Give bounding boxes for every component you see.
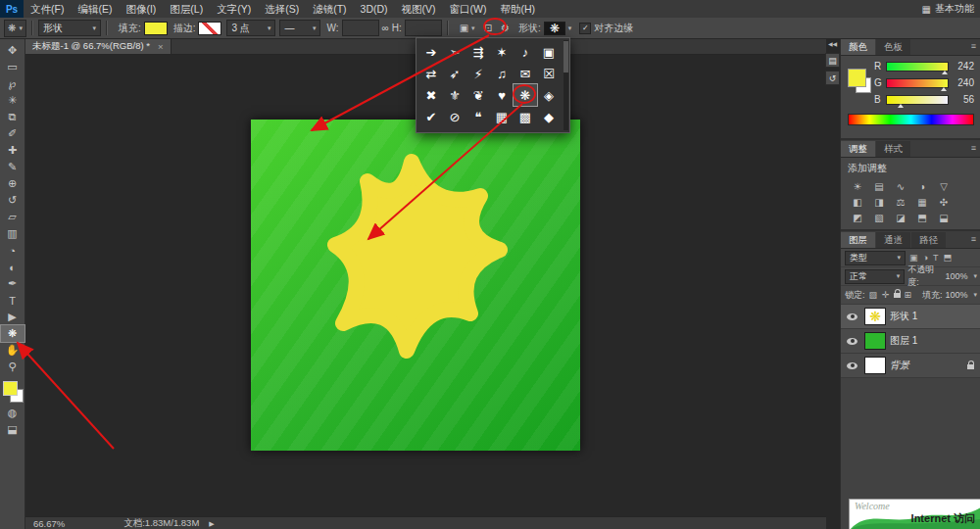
crop-tool[interactable]: ⧉ — [1, 109, 24, 125]
shape-music-note[interactable]: ♪ — [514, 41, 537, 63]
shape-triple-arrow[interactable]: ⇶ — [466, 41, 490, 63]
filter-pixel-icon[interactable]: ▣ — [908, 253, 919, 263]
tab-channels[interactable]: 通道 — [876, 232, 910, 248]
path-operations-button[interactable]: ▣ ▾ — [457, 21, 478, 36]
height-input[interactable] — [405, 20, 442, 36]
document-tab[interactable]: 未标题-1 @ 66.7%(RGB/8) * × — [25, 38, 172, 54]
layer-row-shape1[interactable]: ❋ 形状 1 — [841, 305, 980, 329]
invert-adjustment-icon[interactable]: ◩ — [847, 210, 868, 225]
layer-thumbnail[interactable] — [864, 357, 886, 374]
shape-checkbox-x[interactable]: ☒ — [537, 63, 561, 84]
opacity-value[interactable]: 100% — [945, 271, 967, 281]
shape-notes[interactable]: ♫ — [490, 63, 514, 84]
layer-thumbnail[interactable] — [864, 332, 886, 350]
shape-envelope[interactable]: ✉ — [514, 63, 537, 84]
shape-grid[interactable]: ▦ — [490, 106, 514, 127]
menu-select[interactable]: 选择(S) — [258, 0, 306, 18]
lock-position-icon[interactable]: ✛ — [881, 290, 891, 300]
path-selection-tool[interactable]: ▶ — [1, 309, 24, 325]
type-tool[interactable]: T — [1, 292, 24, 309]
layer-row-background[interactable]: 背景 — [841, 354, 980, 378]
close-icon[interactable]: × — [158, 41, 164, 52]
blend-mode-dropdown[interactable]: 正常 ▾ — [845, 269, 905, 284]
move-tool[interactable]: ✥ — [1, 42, 24, 59]
lasso-tool[interactable]: ℘ — [1, 75, 24, 92]
slider-marker[interactable] — [942, 71, 948, 74]
document-canvas[interactable] — [251, 120, 580, 451]
tab-styles[interactable]: 样式 — [876, 141, 910, 157]
foreground-color-swatch[interactable] — [848, 69, 866, 87]
shape-lightning[interactable]: ⚡ — [466, 63, 490, 84]
menu-view[interactable]: 视图(V) — [395, 0, 443, 18]
levels-adjustment-icon[interactable]: ▤ — [868, 178, 890, 194]
selective-color-adjustment-icon[interactable]: ⬓ — [933, 210, 955, 225]
menu-edit[interactable]: 编辑(E) — [71, 0, 119, 18]
picker-scrollbar-thumb[interactable] — [564, 41, 568, 72]
dock-panel-button-1[interactable]: ▤ — [825, 53, 840, 68]
quick-mask-tool[interactable]: ◍ — [1, 405, 24, 421]
fill-color-swatch[interactable] — [144, 22, 168, 35]
shape-curved-arrow[interactable]: ➶ — [443, 63, 466, 84]
threshold-adjustment-icon[interactable]: ◪ — [890, 210, 911, 225]
blur-tool[interactable]: ◔ — [1, 242, 24, 259]
screen-mode-tool[interactable]: ⬓ — [1, 421, 24, 438]
shape-frame[interactable]: ▣ — [537, 41, 561, 63]
hue-adjustment-icon[interactable]: ◧ — [847, 194, 868, 210]
menu-image[interactable]: 图像(I) — [119, 0, 163, 18]
custom-shape-tool[interactable]: ❋ — [1, 325, 24, 342]
magic-wand-tool[interactable]: ✳ — [1, 92, 24, 109]
shape-diamond-frame[interactable]: ◈ — [537, 84, 561, 106]
pen-tool[interactable]: ✒ — [1, 275, 24, 292]
internet-notification[interactable]: Welcome Internet 访问 — [849, 499, 980, 529]
channel-mixer-adjustment-icon[interactable]: ✣ — [933, 194, 955, 210]
path-alignment-button[interactable]: ⊡ — [481, 21, 495, 36]
color-spectrum-bar[interactable] — [848, 114, 974, 125]
tab-layers[interactable]: 图层 — [841, 232, 875, 248]
gradient-tool[interactable]: ▥ — [1, 225, 24, 242]
width-input[interactable] — [342, 20, 379, 36]
lock-transparency-icon[interactable]: ▨ — [868, 290, 879, 300]
shape-arrowhead[interactable]: ➢ — [443, 41, 466, 63]
workspace-switcher[interactable]: ▦ 基本功能 — [922, 0, 974, 18]
panel-menu-icon[interactable]: ≡ — [971, 41, 976, 51]
history-brush-tool[interactable]: ↺ — [1, 192, 24, 209]
current-tool-button[interactable]: ❋ ▾ — [4, 20, 26, 37]
menu-file[interactable]: 文件(F) — [24, 0, 71, 18]
visibility-eye-icon[interactable] — [847, 313, 858, 320]
shape-swap-arrows[interactable]: ⇄ — [419, 63, 443, 84]
tab-swatches[interactable]: 色板 — [876, 39, 910, 55]
tab-adjustments[interactable]: 调整 — [841, 141, 875, 157]
zoom-level[interactable]: 66.67% — [33, 518, 65, 529]
chevron-down-icon[interactable]: ▾ — [973, 291, 977, 299]
curves-adjustment-icon[interactable]: ∿ — [890, 178, 911, 194]
brightness-adjustment-icon[interactable]: ☀ — [847, 178, 868, 194]
shape-star[interactable]: ✶ — [490, 41, 514, 63]
brush-tool[interactable]: ✎ — [1, 159, 24, 175]
clone-stamp-tool[interactable]: ⊕ — [1, 175, 24, 192]
stroke-style-dropdown[interactable]: — ▾ — [279, 20, 320, 36]
posterize-adjustment-icon[interactable]: ▧ — [868, 210, 890, 225]
layer-filter-dropdown[interactable]: 类型 ▾ — [845, 251, 906, 265]
eyedropper-tool[interactable]: ✐ — [1, 125, 24, 142]
dodge-tool[interactable]: ◐ — [1, 259, 24, 275]
panel-menu-icon[interactable]: ≡ — [971, 234, 976, 244]
expand-panels-button[interactable]: ◀◀ — [825, 38, 840, 50]
align-edges-checkbox[interactable]: ✓ — [579, 23, 591, 34]
tool-mode-dropdown[interactable]: 形状 ▾ — [38, 20, 101, 36]
layer-row-layer1[interactable]: 图层 1 — [841, 329, 980, 354]
shape-check[interactable]: ✔ — [419, 106, 443, 127]
menu-3d[interactable]: 3D(D) — [354, 0, 395, 18]
link-dimensions-icon[interactable]: ∞ — [382, 23, 389, 33]
shape-fleur-de-lis[interactable]: ⚜ — [443, 84, 466, 106]
shape-splat-selected[interactable]: ❋ — [514, 84, 537, 106]
slider-marker[interactable] — [941, 87, 947, 91]
lock-image-icon[interactable]: ⊞ — [904, 290, 913, 300]
visibility-eye-icon[interactable] — [847, 362, 858, 369]
shape-ornament[interactable]: ❦ — [466, 84, 490, 106]
panel-menu-icon[interactable]: ≡ — [971, 143, 976, 153]
filter-type-icon[interactable]: T — [932, 253, 940, 263]
layer-thumbnail[interactable]: ❋ — [864, 308, 886, 325]
shape-heart[interactable]: ♥ — [490, 84, 514, 106]
shape-pattern[interactable]: ▩ — [514, 106, 537, 127]
chevron-down-icon[interactable]: ▾ — [568, 24, 572, 32]
